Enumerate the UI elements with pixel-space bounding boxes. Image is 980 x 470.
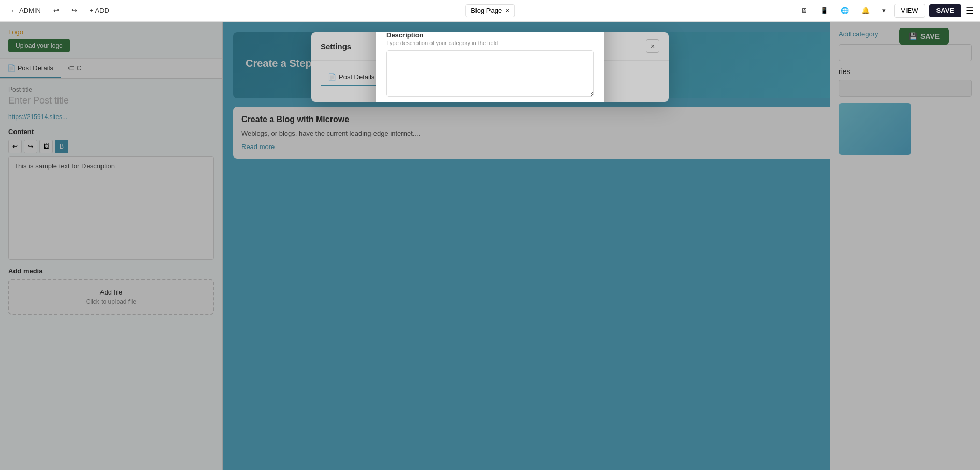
dropdown-icon[interactable]: ▾ (878, 5, 890, 17)
add-label: + ADD (90, 7, 109, 14)
page-name: Blog Page (471, 7, 502, 14)
hamburger-icon[interactable]: ☰ (965, 5, 974, 17)
tablet-icon[interactable]: 📱 (816, 5, 832, 17)
back-button[interactable]: ← ADMIN (6, 5, 45, 17)
admin-label: ADMIN (19, 7, 41, 14)
globe-icon[interactable]: 🌐 (837, 5, 853, 17)
desktop-icon[interactable]: 🖥 (797, 5, 812, 17)
description-section: Description Type description of your cat… (386, 32, 594, 99)
save-button-top[interactable]: SAVE (929, 4, 961, 17)
settings-modal-overlay: Settings × 📄 Post Details 🏷 C (0, 22, 980, 470)
top-toolbar: ← ADMIN ↩ ↪ + ADD Blog Page × 🖥 📱 🌐 🔔 ▾ … (0, 0, 980, 22)
add-category-modal-overlay: Add category 💾 Save × (311, 32, 669, 102)
page-selector-close-icon[interactable]: × (505, 7, 509, 14)
bell-icon[interactable]: 🔔 (857, 5, 874, 17)
description-sub: Type description of your category in the… (386, 40, 594, 46)
redo-button[interactable]: ↪ (67, 5, 81, 17)
toolbar-right: 🖥 📱 🌐 🔔 ▾ VIEW SAVE ☰ (797, 4, 974, 18)
add-category-modal: Add category 💾 Save × (376, 32, 604, 102)
view-button[interactable]: VIEW (894, 4, 925, 18)
redo-icon: ↪ (71, 7, 77, 14)
undo-icon: ↩ (53, 7, 59, 14)
settings-modal: Settings × 📄 Post Details 🏷 C (311, 32, 669, 102)
add-button[interactable]: + ADD (85, 5, 113, 17)
back-icon: ← (10, 7, 17, 14)
description-textarea[interactable] (386, 50, 594, 97)
description-label: Description (386, 32, 594, 39)
add-category-modal-body: Category name Choose a parent: Choose a … (376, 32, 604, 102)
page-background: Logo Upload your logo 📄 Post Details 🏷 C… (0, 22, 980, 470)
page-selector[interactable]: Blog Page × (465, 4, 515, 17)
view-label: VIEW (901, 7, 918, 14)
save-label-top: SAVE (936, 7, 954, 14)
undo-button[interactable]: ↩ (49, 5, 63, 17)
